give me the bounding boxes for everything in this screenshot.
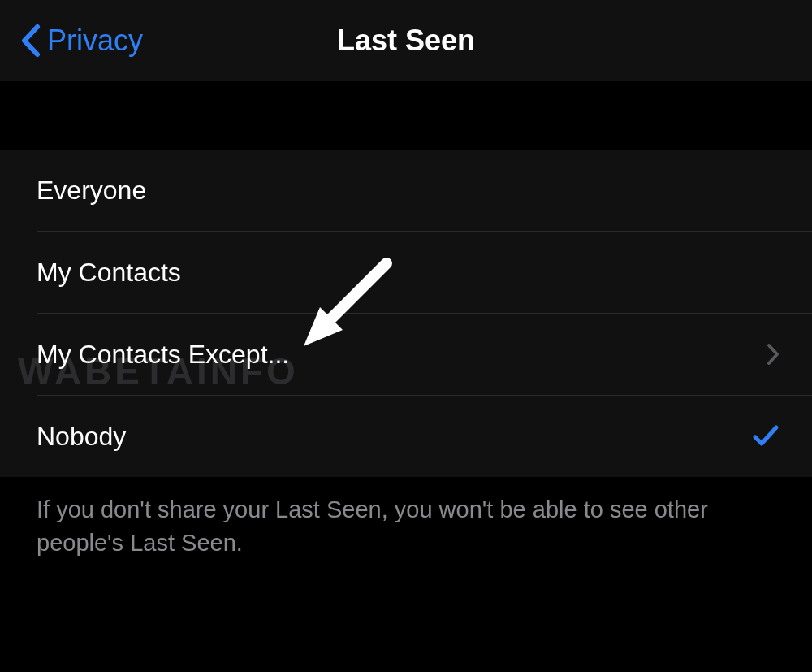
option-my-contacts-except[interactable]: My Contacts Except... <box>0 314 812 395</box>
option-label: Everyone <box>37 176 146 206</box>
navbar: Privacy Last Seen <box>0 0 812 81</box>
chevron-right-icon <box>767 343 780 366</box>
option-my-contacts[interactable]: My Contacts <box>0 232 812 313</box>
back-button[interactable]: Privacy <box>0 24 143 58</box>
spacer <box>0 81 812 150</box>
chevron-left-icon <box>19 24 41 58</box>
option-label: My Contacts <box>37 258 181 288</box>
option-nobody[interactable]: Nobody <box>0 396 812 477</box>
option-everyone[interactable]: Everyone <box>0 150 812 231</box>
option-label: My Contacts Except... <box>37 340 289 370</box>
footer-text: If you don't share your Last Seen, you w… <box>0 477 812 575</box>
option-label: Nobody <box>37 422 126 452</box>
options-list: Everyone My Contacts My Contacts Except.… <box>0 150 812 477</box>
back-label: Privacy <box>47 24 143 58</box>
checkmark-icon <box>752 424 780 449</box>
